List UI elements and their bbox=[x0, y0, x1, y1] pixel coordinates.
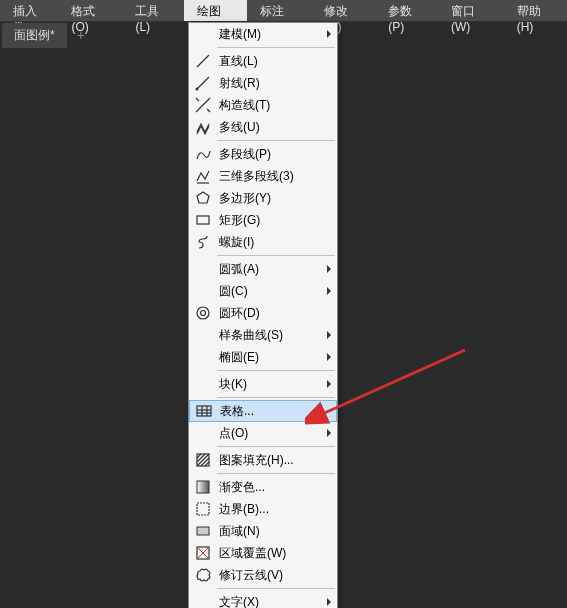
submenu-arrow-icon bbox=[327, 331, 331, 339]
donut-icon bbox=[193, 304, 213, 322]
blank-icon bbox=[193, 282, 213, 300]
menu-item-label: 构造线(T) bbox=[219, 97, 331, 114]
menu-item[interactable]: 多边形(Y) bbox=[189, 187, 337, 209]
menu-item-label: 椭圆(E) bbox=[219, 349, 327, 366]
mline-icon bbox=[193, 118, 213, 136]
svg-line-17 bbox=[197, 454, 205, 462]
svg-line-20 bbox=[205, 462, 209, 466]
menu-item[interactable]: 矩形(G) bbox=[189, 209, 337, 231]
menu-item[interactable]: 样条曲线(S) bbox=[189, 324, 337, 346]
menubar-item[interactable]: 标注(N) bbox=[247, 0, 310, 21]
menu-item[interactable]: 圆(C) bbox=[189, 280, 337, 302]
menu-item[interactable]: 文字(X) bbox=[189, 591, 337, 608]
menu-separator bbox=[217, 255, 335, 256]
submenu-arrow-icon bbox=[327, 287, 331, 295]
helix-icon bbox=[193, 233, 213, 251]
menu-separator bbox=[217, 140, 335, 141]
menu-item[interactable]: 多段线(P) bbox=[189, 143, 337, 165]
menu-item[interactable]: 建模(M) bbox=[189, 23, 337, 45]
blank-icon bbox=[193, 326, 213, 344]
svg-line-28 bbox=[320, 350, 465, 415]
submenu-arrow-icon bbox=[327, 30, 331, 38]
menubar-item[interactable]: 绘图(D) bbox=[184, 0, 247, 21]
menu-item-label: 样条曲线(S) bbox=[219, 327, 327, 344]
menu-item[interactable]: 块(K) bbox=[189, 373, 337, 395]
menu-item-label: 面域(N) bbox=[219, 523, 331, 540]
svg-point-2 bbox=[196, 88, 199, 91]
menu-item[interactable]: 点(O) bbox=[189, 422, 337, 444]
menu-item-label: 射线(R) bbox=[219, 75, 331, 92]
svg-rect-22 bbox=[197, 503, 209, 515]
menubar-item[interactable]: 修改(M) bbox=[311, 0, 376, 21]
submenu-arrow-icon bbox=[327, 598, 331, 606]
menu-item[interactable]: 直线(L) bbox=[189, 50, 337, 72]
svg-line-5 bbox=[207, 109, 210, 112]
menu-item-label: 文字(X) bbox=[219, 594, 327, 609]
menubar-item[interactable]: 格式(O) bbox=[58, 0, 122, 21]
pline-icon bbox=[193, 145, 213, 163]
svg-rect-23 bbox=[197, 527, 209, 535]
menu-separator bbox=[217, 397, 335, 398]
menu-item-label: 点(O) bbox=[219, 425, 327, 442]
blank-icon bbox=[193, 375, 213, 393]
menu-item-label: 表格... bbox=[220, 403, 330, 420]
menu-item[interactable]: 渐变色... bbox=[189, 476, 337, 498]
svg-line-19 bbox=[201, 458, 209, 466]
menu-item[interactable]: 图案填充(H)... bbox=[189, 449, 337, 471]
menu-item-label: 圆弧(A) bbox=[219, 261, 327, 278]
xline-icon bbox=[193, 96, 213, 114]
svg-rect-21 bbox=[197, 481, 209, 493]
menu-item-label: 圆(C) bbox=[219, 283, 327, 300]
menu-item[interactable]: 区域覆盖(W) bbox=[189, 542, 337, 564]
menu-item-label: 圆环(D) bbox=[219, 305, 331, 322]
menu-item-label: 修订云线(V) bbox=[219, 567, 331, 584]
gradient-icon bbox=[193, 478, 213, 496]
menu-item-label: 块(K) bbox=[219, 376, 327, 393]
table-icon bbox=[194, 402, 214, 420]
menu-item[interactable]: 椭圆(E) bbox=[189, 346, 337, 368]
menu-item-label: 多段线(P) bbox=[219, 146, 331, 163]
menu-item[interactable]: 圆环(D) bbox=[189, 302, 337, 324]
menu-item[interactable]: 面域(N) bbox=[189, 520, 337, 542]
menu-separator bbox=[217, 473, 335, 474]
tab-label: 面图例* bbox=[14, 27, 55, 44]
blank-icon bbox=[193, 593, 213, 608]
menu-item-label: 多线(U) bbox=[219, 119, 331, 136]
blank-icon bbox=[193, 25, 213, 43]
menu-item-label: 图案填充(H)... bbox=[219, 452, 331, 469]
menu-item-label: 矩形(G) bbox=[219, 212, 331, 229]
tab-add-button[interactable]: + bbox=[67, 23, 95, 47]
menubar-item[interactable]: 插入(I) bbox=[0, 0, 58, 21]
svg-marker-6 bbox=[197, 192, 209, 203]
boundary-icon bbox=[193, 500, 213, 518]
menubar-item[interactable]: 窗口(W) bbox=[438, 0, 504, 21]
menu-separator bbox=[217, 370, 335, 371]
menubar-item[interactable]: 参数(P) bbox=[375, 0, 438, 21]
menu-item-label: 区域覆盖(W) bbox=[219, 545, 331, 562]
menu-item[interactable]: 螺旋(I) bbox=[189, 231, 337, 253]
blank-icon bbox=[193, 348, 213, 366]
menu-item[interactable]: 圆弧(A) bbox=[189, 258, 337, 280]
menu-separator bbox=[217, 588, 335, 589]
line-icon bbox=[193, 52, 213, 70]
menubar-item[interactable]: 工具(L) bbox=[122, 0, 184, 21]
svg-line-1 bbox=[197, 77, 209, 89]
menu-separator bbox=[217, 446, 335, 447]
menu-item[interactable]: 修订云线(V) bbox=[189, 564, 337, 586]
menu-item[interactable]: 三维多段线(3) bbox=[189, 165, 337, 187]
wipeout-icon bbox=[193, 544, 213, 562]
blank-icon bbox=[193, 260, 213, 278]
menu-item[interactable]: 构造线(T) bbox=[189, 94, 337, 116]
menu-item[interactable]: 射线(R) bbox=[189, 72, 337, 94]
region-icon bbox=[193, 522, 213, 540]
revcloud-icon bbox=[193, 566, 213, 584]
menu-item-label: 三维多段线(3) bbox=[219, 168, 331, 185]
menu-item[interactable]: 表格... bbox=[189, 400, 337, 422]
document-tab[interactable]: 面图例* bbox=[2, 23, 67, 48]
menu-item[interactable]: 多线(U) bbox=[189, 116, 337, 138]
menubar: 插入(I)格式(O)工具(L)绘图(D)标注(N)修改(M)参数(P)窗口(W)… bbox=[0, 0, 567, 22]
svg-rect-10 bbox=[197, 406, 211, 416]
menubar-item[interactable]: 帮助(H) bbox=[504, 0, 567, 21]
menu-item[interactable]: 边界(B)... bbox=[189, 498, 337, 520]
svg-rect-7 bbox=[197, 216, 209, 224]
